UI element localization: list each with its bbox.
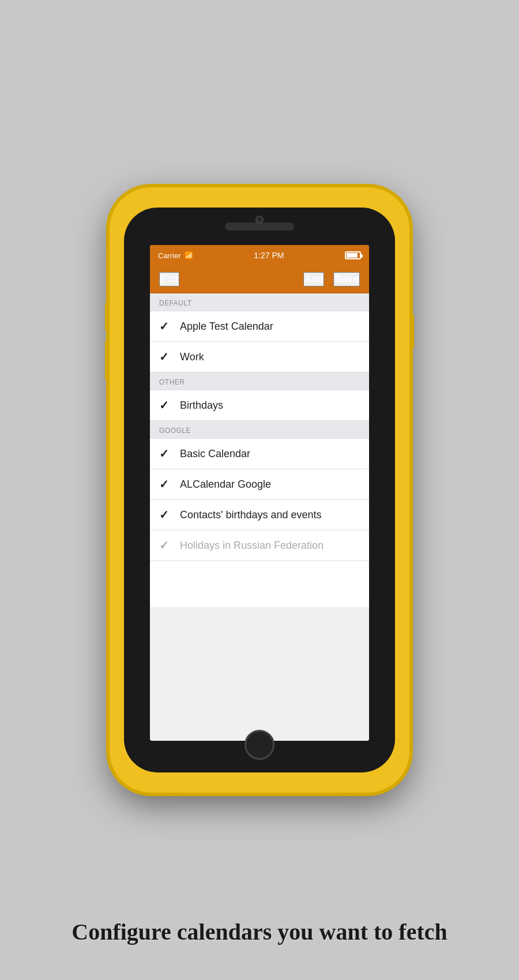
item-label-apple-test-calendar: Apple Test Calendar (180, 321, 273, 333)
checkmark-work: ✓ (159, 350, 171, 364)
checkmark-apple-test-calendar: ✓ (159, 319, 171, 333)
section-header-other: OTHER (150, 372, 369, 390)
phone-inner: Carrier 📶 1:27 PM Edit Add Save (124, 208, 395, 772)
volume-up-button[interactable] (105, 303, 110, 331)
edit-button[interactable]: Edit (159, 272, 179, 287)
list-item-apple-test-calendar[interactable]: ✓ Apple Test Calendar (150, 311, 369, 342)
list-item-holidays-russia[interactable]: ✓ Holidays in Russian Federation (150, 530, 369, 561)
status-left: Carrier 📶 (158, 251, 193, 260)
status-time: 1:27 PM (254, 251, 284, 260)
item-label-holidays-russia: Holidays in Russian Federation (180, 540, 324, 552)
section-header-google: GOOGLE (150, 421, 369, 439)
carrier-label: Carrier (158, 251, 181, 260)
volume-down-button[interactable] (105, 340, 110, 380)
battery-fill (347, 253, 358, 258)
item-label-work: Work (180, 351, 204, 363)
list-item-basic-calendar[interactable]: ✓ Basic Calendar (150, 439, 369, 469)
status-right (345, 251, 361, 259)
camera (255, 216, 264, 224)
list-item-birthdays[interactable]: ✓ Birthdays (150, 390, 369, 421)
list-bottom-spacer (150, 561, 369, 607)
item-label-alcalendar-google: ALCalendar Google (180, 478, 271, 491)
item-label-contacts-birthdays: Contacts' birthdays and events (180, 509, 322, 521)
battery-icon (345, 251, 361, 259)
nav-bar: Edit Add Save (150, 266, 369, 293)
list-item-alcalendar-google[interactable]: ✓ ALCalendar Google (150, 469, 369, 500)
save-button[interactable]: Save (333, 272, 360, 287)
item-label-birthdays: Birthdays (180, 399, 223, 412)
list-item-contacts-birthdays[interactable]: ✓ Contacts' birthdays and events (150, 500, 369, 530)
screen: Carrier 📶 1:27 PM Edit Add Save (150, 245, 369, 741)
list-item-work[interactable]: ✓ Work (150, 342, 369, 372)
nav-actions: Add Save (303, 272, 360, 287)
checkmark-birthdays: ✓ (159, 398, 171, 412)
checkmark-basic-calendar: ✓ (159, 447, 171, 461)
calendar-list: DEFAULT ✓ Apple Test Calendar ✓ Work OTH… (150, 293, 369, 741)
status-bar: Carrier 📶 1:27 PM (150, 245, 369, 266)
checkmark-alcalendar-google: ✓ (159, 477, 171, 491)
power-button[interactable] (409, 314, 414, 349)
caption-text: Configure calendars you want to fetch (43, 918, 476, 945)
phone-frame: Carrier 📶 1:27 PM Edit Add Save (110, 187, 409, 793)
home-button[interactable] (245, 730, 274, 760)
add-button[interactable]: Add (303, 272, 324, 287)
item-label-basic-calendar: Basic Calendar (180, 448, 250, 460)
wifi-icon: 📶 (185, 251, 193, 259)
section-header-default: DEFAULT (150, 293, 369, 311)
checkmark-holidays-russia: ✓ (159, 538, 171, 552)
checkmark-contacts-birthdays: ✓ (159, 508, 171, 522)
